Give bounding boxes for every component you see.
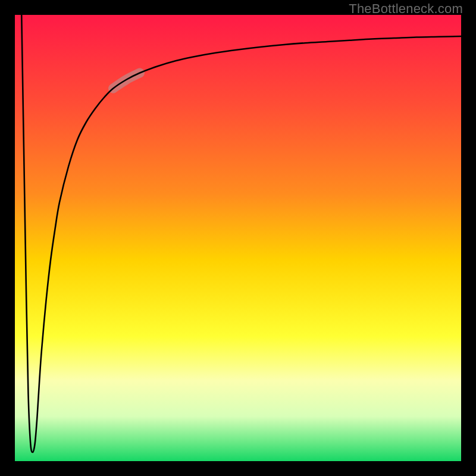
- chart-svg: [15, 15, 461, 461]
- chart-container: TheBottleneck.com: [0, 0, 476, 476]
- gradient-background: [15, 15, 461, 461]
